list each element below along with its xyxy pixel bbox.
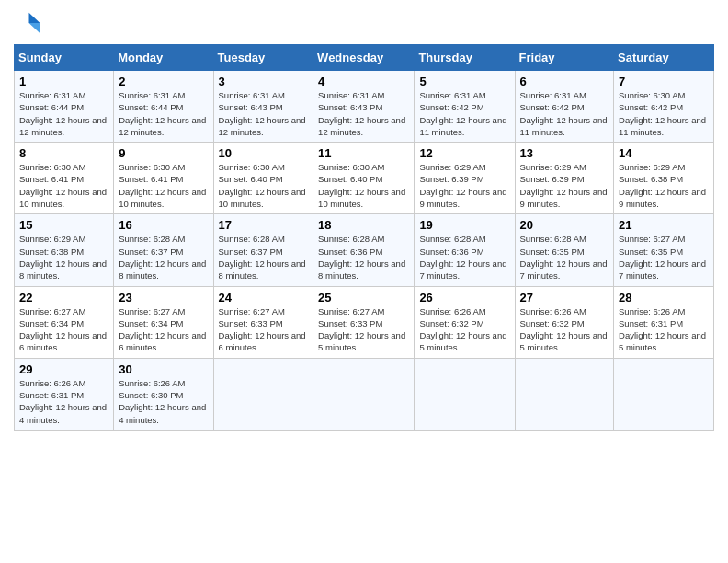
day-cell xyxy=(515,358,614,430)
svg-marker-2 xyxy=(17,13,29,34)
day-cell: 13 Sunrise: 6:29 AMSunset: 6:39 PMDaylig… xyxy=(515,143,614,214)
day-detail: Sunrise: 6:31 AMSunset: 6:43 PMDaylight:… xyxy=(219,89,309,138)
day-cell: 10 Sunrise: 6:30 AMSunset: 6:40 PMDaylig… xyxy=(213,143,313,214)
col-header-tuesday: Tuesday xyxy=(213,45,313,71)
day-detail: Sunrise: 6:26 AMSunset: 6:32 PMDaylight:… xyxy=(419,305,509,354)
day-number: 2 xyxy=(119,75,208,88)
day-number: 3 xyxy=(219,75,309,88)
day-cell: 28 Sunrise: 6:26 AMSunset: 6:31 PMDaylig… xyxy=(614,286,714,358)
day-detail: Sunrise: 6:30 AMSunset: 6:40 PMDaylight:… xyxy=(219,161,309,210)
logo-icon xyxy=(14,9,41,37)
day-cell: 16 Sunrise: 6:28 AMSunset: 6:37 PMDaylig… xyxy=(114,214,213,286)
day-detail: Sunrise: 6:29 AMSunset: 6:38 PMDaylight:… xyxy=(19,233,108,282)
day-detail: Sunrise: 6:26 AMSunset: 6:32 PMDaylight:… xyxy=(520,305,609,354)
page: SundayMondayTuesdayWednesdayThursdayFrid… xyxy=(0,0,728,563)
day-detail: Sunrise: 6:31 AMSunset: 6:42 PMDaylight:… xyxy=(520,89,609,138)
day-number: 20 xyxy=(520,218,609,232)
day-number: 30 xyxy=(119,362,208,376)
week-row-3: 15 Sunrise: 6:29 AMSunset: 6:38 PMDaylig… xyxy=(15,214,714,286)
day-cell: 7 Sunrise: 6:30 AMSunset: 6:42 PMDayligh… xyxy=(614,71,714,143)
day-number: 22 xyxy=(19,291,108,304)
day-number: 1 xyxy=(19,75,108,88)
day-cell: 27 Sunrise: 6:26 AMSunset: 6:32 PMDaylig… xyxy=(515,286,614,358)
day-number: 4 xyxy=(318,75,409,88)
day-number: 24 xyxy=(219,291,309,304)
day-detail: Sunrise: 6:26 AMSunset: 6:31 PMDaylight:… xyxy=(19,377,108,426)
col-header-friday: Friday xyxy=(515,45,614,71)
day-cell: 22 Sunrise: 6:27 AMSunset: 6:34 PMDaylig… xyxy=(15,286,114,358)
day-cell: 17 Sunrise: 6:28 AMSunset: 6:37 PMDaylig… xyxy=(213,214,313,286)
day-number: 11 xyxy=(318,146,409,160)
day-number: 10 xyxy=(219,146,309,160)
day-number: 28 xyxy=(619,291,709,304)
day-detail: Sunrise: 6:28 AMSunset: 6:36 PMDaylight:… xyxy=(419,233,509,282)
day-cell: 8 Sunrise: 6:30 AMSunset: 6:41 PMDayligh… xyxy=(15,143,114,214)
day-detail: Sunrise: 6:30 AMSunset: 6:41 PMDaylight:… xyxy=(119,161,208,210)
day-detail: Sunrise: 6:28 AMSunset: 6:36 PMDaylight:… xyxy=(318,233,409,282)
day-number: 6 xyxy=(520,75,609,88)
col-header-thursday: Thursday xyxy=(415,45,515,71)
day-cell xyxy=(213,358,313,430)
day-number: 21 xyxy=(619,218,709,232)
day-number: 7 xyxy=(619,75,709,88)
week-row-1: 1 Sunrise: 6:31 AMSunset: 6:44 PMDayligh… xyxy=(15,71,714,143)
day-detail: Sunrise: 6:29 AMSunset: 6:39 PMDaylight:… xyxy=(520,161,609,210)
day-cell: 12 Sunrise: 6:29 AMSunset: 6:39 PMDaylig… xyxy=(415,143,515,214)
day-number: 13 xyxy=(520,146,609,160)
day-detail: Sunrise: 6:30 AMSunset: 6:42 PMDaylight:… xyxy=(619,89,709,138)
day-cell: 4 Sunrise: 6:31 AMSunset: 6:43 PMDayligh… xyxy=(313,71,415,143)
day-cell: 30 Sunrise: 6:26 AMSunset: 6:30 PMDaylig… xyxy=(114,358,213,430)
day-cell: 25 Sunrise: 6:27 AMSunset: 6:33 PMDaylig… xyxy=(313,286,415,358)
col-header-monday: Monday xyxy=(114,45,213,71)
day-cell: 20 Sunrise: 6:28 AMSunset: 6:35 PMDaylig… xyxy=(515,214,614,286)
week-row-5: 29 Sunrise: 6:26 AMSunset: 6:31 PMDaylig… xyxy=(15,358,714,430)
day-cell: 21 Sunrise: 6:27 AMSunset: 6:35 PMDaylig… xyxy=(614,214,714,286)
day-cell: 9 Sunrise: 6:30 AMSunset: 6:41 PMDayligh… xyxy=(114,143,213,214)
day-cell: 26 Sunrise: 6:26 AMSunset: 6:32 PMDaylig… xyxy=(415,286,515,358)
day-number: 14 xyxy=(619,146,709,160)
day-cell xyxy=(313,358,415,430)
day-cell: 6 Sunrise: 6:31 AMSunset: 6:42 PMDayligh… xyxy=(515,71,614,143)
day-detail: Sunrise: 6:27 AMSunset: 6:33 PMDaylight:… xyxy=(318,305,409,354)
header-row: SundayMondayTuesdayWednesdayThursdayFrid… xyxy=(15,45,714,71)
day-detail: Sunrise: 6:27 AMSunset: 6:34 PMDaylight:… xyxy=(119,305,208,354)
week-row-2: 8 Sunrise: 6:30 AMSunset: 6:41 PMDayligh… xyxy=(15,143,714,214)
calendar-table: SundayMondayTuesdayWednesdayThursdayFrid… xyxy=(14,44,714,431)
day-cell: 19 Sunrise: 6:28 AMSunset: 6:36 PMDaylig… xyxy=(415,214,515,286)
day-detail: Sunrise: 6:26 AMSunset: 6:31 PMDaylight:… xyxy=(619,305,709,354)
day-number: 18 xyxy=(318,218,409,232)
day-detail: Sunrise: 6:31 AMSunset: 6:43 PMDaylight:… xyxy=(318,89,409,138)
day-detail: Sunrise: 6:29 AMSunset: 6:38 PMDaylight:… xyxy=(619,161,709,210)
day-number: 15 xyxy=(19,218,108,232)
day-number: 8 xyxy=(19,146,108,160)
day-number: 16 xyxy=(119,218,208,232)
day-number: 25 xyxy=(318,291,409,304)
day-cell: 29 Sunrise: 6:26 AMSunset: 6:31 PMDaylig… xyxy=(15,358,114,430)
day-detail: Sunrise: 6:27 AMSunset: 6:35 PMDaylight:… xyxy=(619,233,709,282)
header xyxy=(14,9,714,37)
day-detail: Sunrise: 6:31 AMSunset: 6:42 PMDaylight:… xyxy=(419,89,509,138)
day-number: 5 xyxy=(419,75,509,88)
day-number: 19 xyxy=(419,218,509,232)
col-header-saturday: Saturday xyxy=(614,45,714,71)
svg-marker-0 xyxy=(29,13,40,23)
day-cell: 1 Sunrise: 6:31 AMSunset: 6:44 PMDayligh… xyxy=(15,71,114,143)
day-cell: 11 Sunrise: 6:30 AMSunset: 6:40 PMDaylig… xyxy=(313,143,415,214)
day-number: 26 xyxy=(419,291,509,304)
day-cell xyxy=(415,358,515,430)
col-header-wednesday: Wednesday xyxy=(313,45,415,71)
day-cell: 24 Sunrise: 6:27 AMSunset: 6:33 PMDaylig… xyxy=(213,286,313,358)
day-cell: 18 Sunrise: 6:28 AMSunset: 6:36 PMDaylig… xyxy=(313,214,415,286)
day-cell: 14 Sunrise: 6:29 AMSunset: 6:38 PMDaylig… xyxy=(614,143,714,214)
day-cell: 5 Sunrise: 6:31 AMSunset: 6:42 PMDayligh… xyxy=(415,71,515,143)
day-detail: Sunrise: 6:30 AMSunset: 6:41 PMDaylight:… xyxy=(19,161,108,210)
day-number: 17 xyxy=(219,218,309,232)
day-cell: 3 Sunrise: 6:31 AMSunset: 6:43 PMDayligh… xyxy=(213,71,313,143)
day-detail: Sunrise: 6:27 AMSunset: 6:34 PMDaylight:… xyxy=(19,305,108,354)
svg-marker-1 xyxy=(29,23,40,33)
day-detail: Sunrise: 6:27 AMSunset: 6:33 PMDaylight:… xyxy=(219,305,309,354)
day-detail: Sunrise: 6:28 AMSunset: 6:37 PMDaylight:… xyxy=(119,233,208,282)
week-row-4: 22 Sunrise: 6:27 AMSunset: 6:34 PMDaylig… xyxy=(15,286,714,358)
day-detail: Sunrise: 6:28 AMSunset: 6:35 PMDaylight:… xyxy=(520,233,609,282)
day-detail: Sunrise: 6:31 AMSunset: 6:44 PMDaylight:… xyxy=(119,89,208,138)
